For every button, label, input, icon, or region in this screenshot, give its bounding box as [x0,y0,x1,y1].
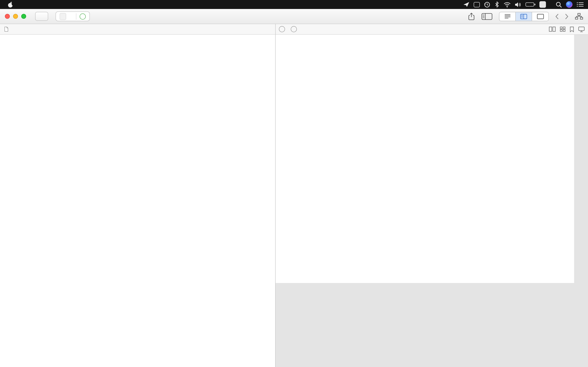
pdf-page [276,35,574,283]
pdf-preview-pane [276,24,588,367]
apple-menu[interactable] [4,1,17,8]
bookmark-icon[interactable] [570,26,574,32]
siri-icon[interactable] [566,1,572,8]
back-button[interactable] [555,13,559,19]
external-display-icon[interactable] [578,26,585,32]
pane-divider[interactable] [275,24,276,367]
pdf-toolbar [276,24,588,35]
menu-bar-status-area [463,1,584,8]
input-source-badge[interactable] [539,1,546,8]
pdf-figure [276,35,574,283]
editor-only-view-button[interactable] [499,12,516,21]
editor-header [0,24,275,35]
organizer-drawer-button[interactable] [481,13,493,20]
zoom-window-button[interactable] [21,14,26,19]
editor-pane [0,24,275,367]
typeset-settings-button[interactable] [35,12,48,21]
workspace-panes [0,24,588,367]
number-badge[interactable] [474,2,480,7]
menu-bar [0,0,588,9]
toolbar-right-cluster [468,12,583,21]
view-mode-segmented-control [499,12,549,21]
time-machine-icon[interactable] [484,1,490,8]
code-editor[interactable] [0,35,275,367]
bluetooth-icon[interactable] [494,1,499,8]
pdf-scroll-area[interactable] [276,35,588,367]
window-toolbar [0,9,588,24]
typeset-control-group [56,11,90,21]
pdf-toolbar-icons [541,26,585,32]
typeset-mode-toggle[interactable] [60,13,66,20]
structure-outline-button[interactable] [575,13,583,20]
share-button[interactable] [468,12,475,20]
apple-icon [8,1,13,8]
typeset-success-badge [80,13,86,19]
battery-icon[interactable] [525,2,535,7]
thumbnail-grid-icon[interactable] [560,26,566,32]
separator [76,13,76,19]
charging-bolt-icon [528,3,531,7]
notification-center-icon[interactable] [577,2,584,7]
paper-plane-icon[interactable] [463,2,469,7]
pdf-only-view-button[interactable] [532,12,548,21]
two-page-view-icon[interactable] [549,26,556,32]
spotlight-search-icon[interactable] [556,1,562,8]
zoom-out-button[interactable] [279,26,285,32]
volume-icon[interactable] [515,2,521,7]
close-window-button[interactable] [5,14,10,19]
document-icon [4,26,9,32]
wifi-icon[interactable] [503,2,511,7]
zoom-in-button[interactable] [291,26,297,32]
split-view-button[interactable] [516,12,532,21]
screen [0,0,588,367]
forward-button[interactable] [565,13,568,19]
history-nav [555,13,568,19]
minimize-window-button[interactable] [13,14,18,19]
